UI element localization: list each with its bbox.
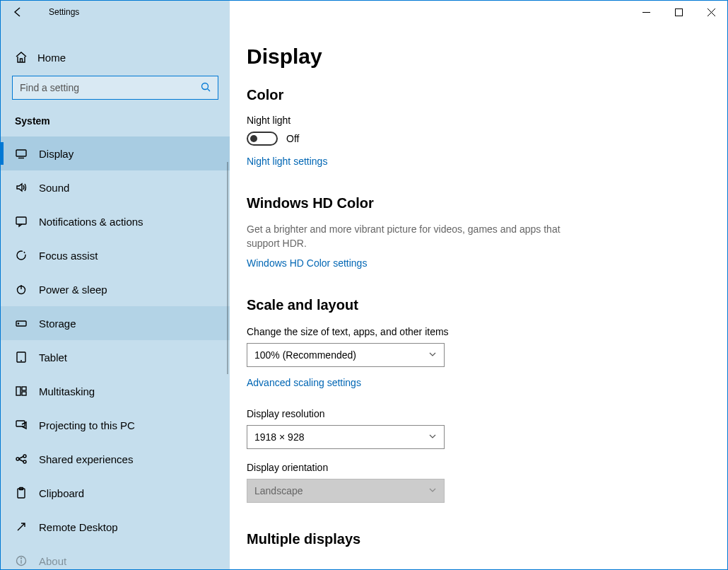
minimize-button[interactable] [630, 1, 662, 23]
close-button[interactable] [695, 1, 727, 23]
storage-icon [15, 317, 39, 330]
sidebar-item-label: Multitasking [39, 385, 95, 397]
sidebar-item-label: Focus assist [39, 250, 98, 262]
section-scale-heading: Scale and layout [247, 297, 699, 313]
sidebar-item-label: Shared experiences [39, 453, 133, 465]
projecting-icon [15, 419, 39, 431]
svg-point-12 [18, 323, 18, 324]
settings-window: Settings Home [0, 0, 728, 570]
multitasking-icon [15, 385, 39, 397]
svg-line-23 [19, 460, 23, 462]
sidebar-item-focus-assist[interactable]: Focus assist [1, 238, 230, 272]
window-controls [630, 1, 727, 23]
sidebar-item-power-sleep[interactable]: Power & sleep [1, 272, 230, 306]
svg-rect-15 [16, 387, 20, 395]
window-title: Settings [35, 7, 79, 17]
chevron-down-icon [428, 486, 437, 496]
sound-icon [15, 181, 39, 194]
advanced-scaling-link[interactable]: Advanced scaling settings [247, 377, 361, 388]
sidebar-item-label: Tablet [39, 351, 67, 363]
arrow-left-icon [11, 6, 24, 18]
section-hdcolor-heading: Windows HD Color [247, 195, 699, 211]
section-multiple-heading: Multiple displays [247, 531, 699, 547]
hdcolor-settings-link[interactable]: Windows HD Color settings [247, 257, 367, 269]
night-light-toggle[interactable] [247, 132, 278, 146]
resolution-label: Display resolution [247, 408, 699, 419]
night-light-label: Night light [247, 115, 699, 126]
about-icon [15, 554, 39, 567]
text-size-select[interactable]: 100% (Recommended) [247, 343, 445, 367]
sidebar-item-display[interactable]: Display [1, 136, 230, 170]
resolution-select[interactable]: 1918 × 928 [247, 425, 445, 449]
sidebar-item-label: Storage [39, 318, 76, 330]
resolution-value: 1918 × 928 [254, 431, 304, 443]
hdcolor-description: Get a brighter and more vibrant picture … [247, 223, 586, 250]
svg-rect-17 [22, 392, 26, 395]
sidebar-item-label: About [39, 555, 66, 567]
home-label: Home [37, 52, 66, 64]
clipboard-icon [15, 487, 39, 499]
night-light-settings-link[interactable]: Night light settings [247, 156, 327, 167]
maximize-icon [675, 8, 683, 16]
svg-rect-6 [16, 150, 26, 156]
back-button[interactable] [1, 1, 35, 23]
search-box[interactable] [12, 76, 218, 100]
sidebar-item-label: Clipboard [39, 487, 84, 499]
focus-assist-icon [15, 249, 39, 262]
search-icon [201, 82, 211, 94]
close-icon [708, 8, 715, 16]
svg-point-28 [21, 558, 22, 559]
orientation-label: Display orientation [247, 462, 699, 473]
sidebar-scrollbar[interactable] [227, 162, 228, 374]
sidebar-item-label: Notifications & actions [39, 216, 143, 228]
titlebar: Settings [1, 1, 727, 23]
sidebar-item-notifications[interactable]: Notifications & actions [1, 204, 230, 238]
text-size-value: 100% (Recommended) [254, 349, 356, 361]
tablet-icon [15, 351, 39, 363]
svg-line-22 [19, 457, 23, 459]
home-icon [15, 51, 37, 64]
sidebar-item-tablet[interactable]: Tablet [1, 340, 230, 374]
sidebar-item-projecting[interactable]: Projecting to this PC [1, 408, 230, 442]
sidebar-item-clipboard[interactable]: Clipboard [1, 476, 230, 510]
orientation-select: Landscape [247, 479, 445, 503]
orientation-value: Landscape [254, 485, 303, 496]
chevron-down-icon [428, 350, 437, 361]
power-icon [15, 283, 39, 296]
svg-rect-8 [16, 217, 26, 224]
search-input[interactable] [20, 82, 189, 93]
page-title: Display [247, 45, 699, 69]
sidebar-item-label: Power & sleep [39, 284, 107, 296]
sidebar: Home System Display Sound [1, 23, 230, 569]
sidebar-item-label: Projecting to this PC [39, 419, 135, 431]
sidebar-item-sound[interactable]: Sound [1, 170, 230, 204]
chevron-down-icon [428, 432, 437, 443]
svg-line-5 [208, 88, 211, 91]
sidebar-item-shared-experiences[interactable]: Shared experiences [1, 442, 230, 476]
sidebar-item-about[interactable]: About [1, 544, 230, 569]
sidebar-item-label: Remote Desktop [39, 521, 118, 533]
notifications-icon [15, 215, 39, 228]
category-label: System [1, 110, 230, 136]
sidebar-item-storage[interactable]: Storage [1, 306, 230, 340]
minimize-icon [642, 8, 650, 16]
text-size-label: Change the size of text, apps, and other… [247, 326, 699, 337]
content-pane: Display Color Night light Off Night ligh… [230, 23, 727, 569]
sidebar-item-label: Display [39, 148, 74, 160]
home-link[interactable]: Home [1, 43, 230, 71]
toggle-knob [250, 135, 257, 142]
svg-point-19 [16, 458, 19, 460]
display-icon [15, 147, 39, 160]
maximize-button[interactable] [662, 1, 695, 23]
svg-rect-1 [675, 8, 682, 16]
sidebar-item-multitasking[interactable]: Multitasking [1, 374, 230, 408]
svg-point-20 [23, 455, 26, 458]
sidebar-item-remote-desktop[interactable]: Remote Desktop [1, 510, 230, 544]
remote-desktop-icon [15, 520, 39, 533]
night-light-state: Off [286, 133, 299, 144]
section-color-heading: Color [247, 87, 699, 103]
svg-rect-16 [22, 387, 26, 390]
sidebar-item-label: Sound [39, 182, 69, 194]
svg-point-21 [23, 460, 26, 463]
svg-point-4 [202, 83, 209, 89]
